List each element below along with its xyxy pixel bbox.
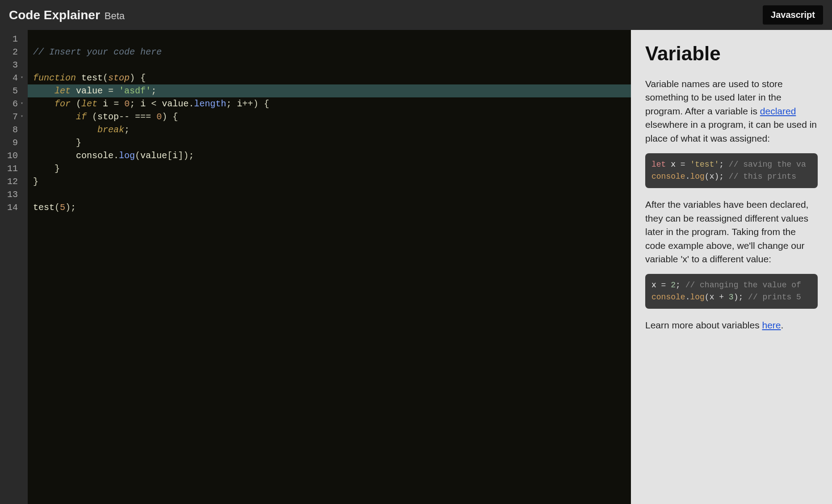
code-token: let: [55, 84, 71, 97]
code-token: (: [55, 201, 60, 214]
code-line[interactable]: break;: [33, 123, 626, 136]
editor-gutter: 1234▾56▾7▾891011121314: [0, 30, 28, 504]
code-token: [167, 110, 172, 123]
code-line[interactable]: [33, 33, 626, 46]
gutter-line: 9: [3, 136, 23, 149]
code-token: [71, 84, 76, 97]
code-token: ++: [242, 97, 253, 110]
line-number: 9: [5, 136, 18, 149]
gutter-line: 13: [3, 188, 23, 201]
snippet-token: (x +: [705, 293, 729, 302]
code-example-2: x = 2; // changing the value ofconsole.l…: [645, 274, 818, 309]
code-line[interactable]: }: [33, 175, 626, 188]
snippet-token: log: [690, 293, 704, 302]
code-line[interactable]: for (let i = 0; i < value.length; i++) {: [33, 97, 626, 110]
snippet-token: // prints 5: [748, 293, 801, 302]
code-token: [156, 97, 162, 110]
line-number: 11: [5, 162, 18, 175]
code-token: [76, 71, 81, 84]
code-token: ;: [189, 149, 194, 162]
code-token: ): [65, 201, 71, 214]
line-number: 1: [5, 33, 18, 46]
line-number: 3: [5, 59, 18, 71]
title-group: Code Explainer Beta: [9, 8, 125, 22]
code-token: .: [113, 149, 119, 162]
code-line[interactable]: [33, 59, 626, 71]
code-line[interactable]: if (stop-- === 0) {: [33, 110, 626, 123]
snippet-token: console: [651, 172, 685, 181]
code-line[interactable]: test(5);: [33, 201, 626, 214]
snippet-token: 3: [729, 293, 734, 302]
code-line[interactable]: console.log(value[i]);: [33, 149, 626, 162]
code-area[interactable]: // Insert your code herefunction test(st…: [28, 30, 631, 504]
code-line[interactable]: [33, 188, 626, 201]
snippet-token: );: [734, 293, 748, 302]
code-token: [33, 162, 55, 175]
code-line[interactable]: }: [33, 136, 626, 149]
fold-marker-icon[interactable]: ▾: [20, 101, 23, 107]
code-token: stop: [108, 71, 130, 84]
code-token: function: [33, 71, 76, 84]
code-token: [97, 97, 103, 110]
code-token: ): [183, 149, 189, 162]
code-token: [130, 110, 135, 123]
gutter-line: 12: [3, 175, 23, 188]
code-token: 0: [124, 97, 130, 110]
code-example-1: let x = 'test'; // saving the vaconsole.…: [645, 153, 818, 188]
line-number: 12: [5, 175, 18, 188]
code-token: [33, 123, 97, 136]
line-number: 5: [5, 84, 18, 97]
code-token: value: [76, 84, 103, 97]
explanation-paragraph-1: Variable names are used to store somethi…: [645, 77, 818, 145]
code-token: }: [76, 136, 81, 149]
beta-label: Beta: [105, 10, 125, 22]
snippet-token: // saving the va: [729, 160, 806, 169]
snippet-token: x: [651, 281, 656, 290]
gutter-line: 8: [3, 123, 23, 136]
code-token: // Insert your code here: [33, 46, 162, 59]
code-token: <: [151, 97, 156, 110]
snippet-token: ;: [719, 160, 729, 169]
code-token: {: [264, 97, 269, 110]
code-token: ;: [71, 201, 76, 214]
declared-link[interactable]: declared: [760, 106, 796, 116]
code-token: (: [103, 71, 108, 84]
para3-pre: Learn more about variables: [645, 320, 762, 330]
code-token: [119, 97, 124, 110]
code-token: }: [55, 162, 60, 175]
line-number: 8: [5, 123, 18, 136]
gutter-line: 5: [3, 84, 23, 97]
gutter-line: 1: [3, 33, 23, 46]
line-number: 10: [5, 149, 18, 162]
snippet-token: 'test': [690, 160, 719, 169]
code-token: [: [167, 149, 172, 162]
code-line[interactable]: }: [33, 162, 626, 175]
code-token: if: [76, 110, 87, 123]
fold-marker-icon[interactable]: ▾: [20, 113, 23, 120]
code-token: test: [33, 201, 55, 214]
code-token: [103, 84, 108, 97]
code-line[interactable]: let value = 'asdf';: [28, 84, 631, 97]
fold-marker-icon[interactable]: ▾: [20, 75, 23, 81]
code-line[interactable]: function test(stop) {: [33, 71, 626, 84]
snippet-token: x: [671, 160, 676, 169]
code-token: .: [189, 97, 194, 110]
snippet-token: console: [651, 293, 685, 302]
gutter-line: 4▾: [3, 71, 23, 84]
gutter-line: 7▾: [3, 110, 23, 123]
line-number: 6: [5, 97, 18, 110]
code-token: i: [103, 97, 108, 110]
language-select[interactable]: Javascript: [763, 5, 823, 25]
code-token: [231, 97, 237, 110]
learn-more-link[interactable]: here: [762, 320, 781, 330]
code-token: [151, 110, 156, 123]
snippet-token: =: [676, 160, 690, 169]
code-token: value: [140, 149, 167, 162]
code-token: {: [172, 110, 178, 123]
code-line[interactable]: // Insert your code here: [33, 46, 626, 59]
code-token: i: [172, 149, 178, 162]
line-number: 4: [5, 71, 18, 84]
para1-post: elsewhere in a program, it can be used i…: [645, 119, 817, 143]
snippet-line: console.log(x); // this prints: [651, 171, 811, 183]
snippet-token: ;: [676, 281, 685, 290]
